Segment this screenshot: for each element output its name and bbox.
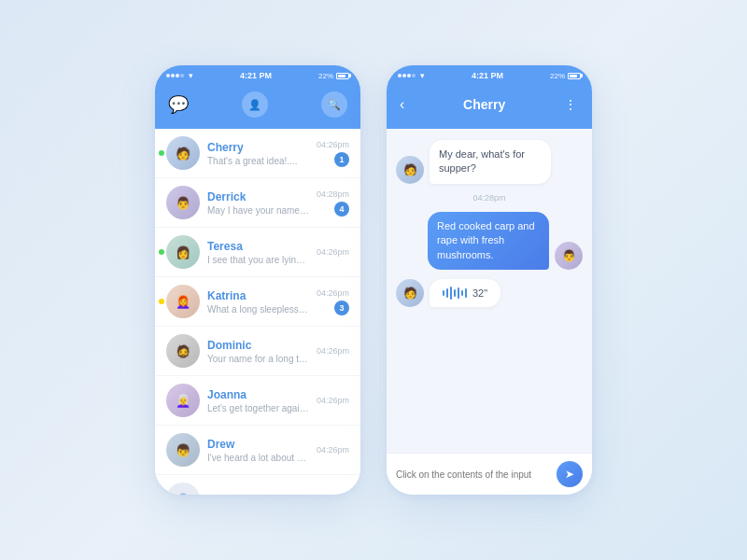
contact-time: 04:26pm	[317, 346, 349, 356]
contact-time: 04:28pm	[317, 189, 349, 199]
contact-name: Dominic	[207, 339, 309, 352]
avatar: 🧑	[166, 136, 200, 170]
msg-avatar: 🧑	[396, 156, 424, 184]
contact-time: 04:26pm	[317, 288, 349, 298]
contacts-list: 🧑 Cherry That's a great idea!.... 04:26p…	[155, 129, 360, 495]
contact-name: Drew	[207, 438, 309, 451]
left-phone: ▾ 4:21 PM 22% 💬 👤 🔍 🧑	[155, 65, 360, 495]
chat-contact-name: Cherry	[463, 97, 505, 112]
chat-input-area[interactable]: ➤	[387, 453, 592, 495]
more-options-button[interactable]: ⋮	[564, 97, 579, 112]
audio-waveform	[443, 287, 467, 300]
contact-time: 04:26pm	[317, 140, 349, 149]
list-item[interactable]: 👩‍🦰 Katrina What a long sleepless night!…	[155, 277, 360, 327]
contact-time: 04:26pm	[317, 396, 349, 405]
avatar: 👩	[166, 235, 200, 269]
contact-name: Katrina	[207, 289, 309, 302]
message-row: 🧑 32"	[396, 279, 583, 307]
list-item[interactable]: 🧔 Dominic Your name for a long time!....…	[155, 327, 360, 376]
contact-name: Joanna	[207, 388, 309, 401]
left-status-bar: ▾ 4:21 PM 22%	[155, 65, 360, 84]
contact-name: Teresa	[207, 240, 309, 253]
left-status-time: 4:21 PM	[240, 71, 272, 80]
list-item[interactable]: 👩‍🦳 Joanna Let's get together again.... …	[155, 376, 360, 426]
avatar: 👨	[166, 186, 200, 219]
right-phone: ▾ 4:21 PM 22% ‹ Cherry ⋮ 🧑 My dear, what…	[387, 65, 592, 495]
avatar: 👩‍🦰	[166, 285, 200, 318]
avatar: 👦	[166, 433, 200, 467]
contact-preview: Let's get together again....	[207, 403, 309, 413]
contact-preview: May I have your name, please?....	[207, 205, 309, 216]
message-row: 🧑 My dear, what's for supper?	[396, 140, 583, 184]
contact-time: 04:26pm	[317, 247, 349, 257]
send-button[interactable]: ➤	[557, 461, 583, 487]
avatar: 👩‍🦳	[166, 384, 200, 417]
list-item[interactable]: 👨 Derrick May I have your name, please?.…	[155, 178, 360, 228]
list-item[interactable]: 👩 Teresa I see that you are lying.... 04…	[155, 228, 360, 277]
contact-preview: Your name for a long time!....	[207, 354, 309, 364]
back-button[interactable]: ‹	[400, 96, 404, 113]
contact-name: Cherry	[207, 141, 309, 154]
badge: 1	[334, 152, 349, 167]
contact-preview: I see that you are lying....	[207, 255, 309, 265]
right-status-bar: ▾ 4:21 PM 22%	[387, 65, 592, 84]
audio-duration: 32"	[472, 287, 487, 299]
phones-container: ▾ 4:21 PM 22% 💬 👤 🔍 🧑	[155, 65, 592, 495]
chat-bubble-icon: 💬	[168, 94, 189, 115]
message-timestamp: 04:28pm	[396, 193, 583, 203]
list-item[interactable]: 🧑 Cherry That's a great idea!.... 04:26p…	[155, 129, 360, 178]
msg-avatar: 🧑	[396, 279, 424, 307]
left-phone-header: 💬 👤 🔍	[155, 84, 360, 129]
badge: 4	[334, 202, 349, 217]
contact-name: ...	[207, 492, 349, 495]
msg-avatar-self: 👨	[555, 242, 583, 270]
chat-messages: 🧑 My dear, what's for supper? 04:28pm 👨 …	[387, 129, 592, 453]
avatar: 👤	[166, 483, 200, 495]
avatar: 🧔	[166, 334, 200, 368]
header-search-icon[interactable]: 🔍	[321, 91, 347, 118]
header-avatar: 👤	[242, 91, 268, 118]
contact-time: 04:26pm	[317, 445, 349, 455]
right-status-time: 4:21 PM	[472, 71, 503, 80]
contact-preview: I've heard a lot about you....	[207, 453, 309, 463]
contact-name: Derrick	[207, 190, 309, 203]
contact-preview: What a long sleepless night!....	[207, 304, 309, 315]
send-icon: ➤	[565, 468, 574, 481]
bubble-received: My dear, what's for supper?	[430, 140, 551, 184]
list-item[interactable]: 👤 ...	[155, 475, 360, 495]
contact-preview: That's a great idea!....	[207, 156, 309, 166]
chat-input[interactable]	[396, 469, 549, 480]
badge: 3	[334, 301, 349, 315]
bubble-sent: Red cooked carp and rape with fresh mush…	[428, 212, 549, 270]
chat-header: ‹ Cherry ⋮	[387, 84, 592, 129]
message-row: 👨 Red cooked carp and rape with fresh mu…	[396, 212, 583, 270]
audio-message[interactable]: 32"	[430, 279, 500, 307]
list-item[interactable]: 👦 Drew I've heard a lot about you.... 04…	[155, 426, 360, 475]
